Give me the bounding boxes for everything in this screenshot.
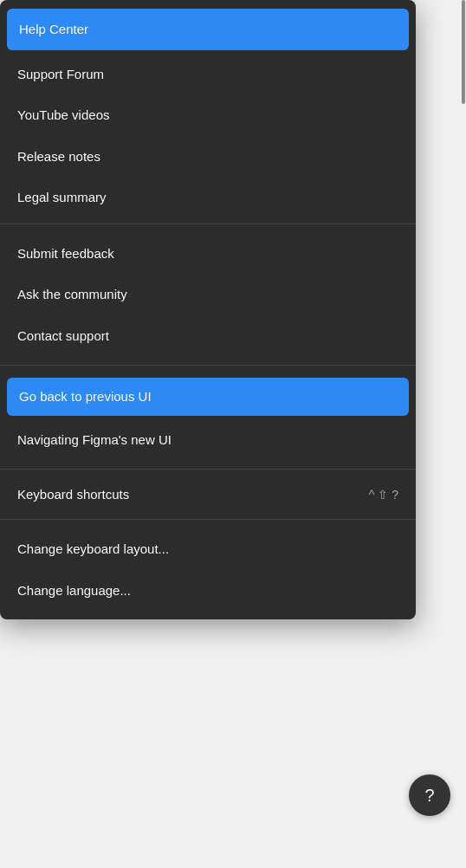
menu-item-contact-support[interactable]: Contact support bbox=[0, 315, 416, 357]
menu-item-release-notes[interactable]: Release notes bbox=[0, 136, 416, 178]
menu-item-label: Help Center bbox=[19, 21, 88, 38]
keyboard-shortcuts-icons: ^ ⇧ ? bbox=[369, 488, 398, 502]
menu-item-label: Ask the community bbox=[17, 286, 127, 303]
help-button-icon: ? bbox=[424, 786, 434, 806]
menu-item-submit-feedback[interactable]: Submit feedback bbox=[0, 233, 416, 275]
menu-item-label: Submit feedback bbox=[17, 245, 114, 262]
ctrl-icon: ^ bbox=[369, 488, 375, 502]
scrollbar[interactable] bbox=[459, 0, 466, 868]
menu-item-support-forum[interactable]: Support Forum bbox=[0, 54, 416, 95]
menu-item-label: Change keyboard layout... bbox=[17, 541, 169, 558]
menu-item-legal-summary[interactable]: Legal summary bbox=[0, 177, 416, 218]
shift-icon: ⇧ bbox=[378, 488, 388, 502]
menu-item-label: Support Forum bbox=[17, 66, 104, 83]
question-icon: ? bbox=[392, 488, 398, 502]
menu-item-go-back[interactable]: Go back to previous UI bbox=[7, 378, 409, 416]
menu-item-label: Change language... bbox=[17, 582, 131, 599]
menu-item-label: Navigating Figma's new UI bbox=[17, 431, 172, 449]
scrollbar-thumb[interactable] bbox=[462, 0, 465, 104]
menu-item-ask-community[interactable]: Ask the community bbox=[0, 274, 416, 315]
divider-4 bbox=[0, 519, 416, 520]
menu-item-label: YouTube videos bbox=[17, 107, 109, 124]
menu-item-label: Go back to previous UI bbox=[19, 388, 152, 405]
menu-item-navigating-figma[interactable]: Navigating Figma's new UI bbox=[0, 419, 416, 461]
help-button[interactable]: ? bbox=[409, 774, 450, 816]
menu-item-change-language[interactable]: Change language... bbox=[0, 570, 416, 612]
menu-item-help-center[interactable]: Help Center bbox=[7, 9, 409, 50]
menu-item-label: Keyboard shortcuts bbox=[17, 487, 129, 502]
menu-item-youtube-videos[interactable]: YouTube videos bbox=[0, 94, 416, 136]
divider-2 bbox=[0, 365, 416, 366]
help-menu: Help Center Support Forum YouTube videos… bbox=[0, 0, 416, 619]
menu-item-keyboard-shortcuts[interactable]: Keyboard shortcuts ^ ⇧ ? bbox=[0, 475, 416, 514]
divider-1 bbox=[0, 223, 416, 224]
menu-item-label: Contact support bbox=[17, 327, 109, 345]
divider-3 bbox=[0, 469, 416, 470]
menu-item-label: Legal summary bbox=[17, 189, 107, 206]
menu-item-label: Release notes bbox=[17, 148, 100, 165]
menu-item-change-keyboard[interactable]: Change keyboard layout... bbox=[0, 528, 416, 570]
